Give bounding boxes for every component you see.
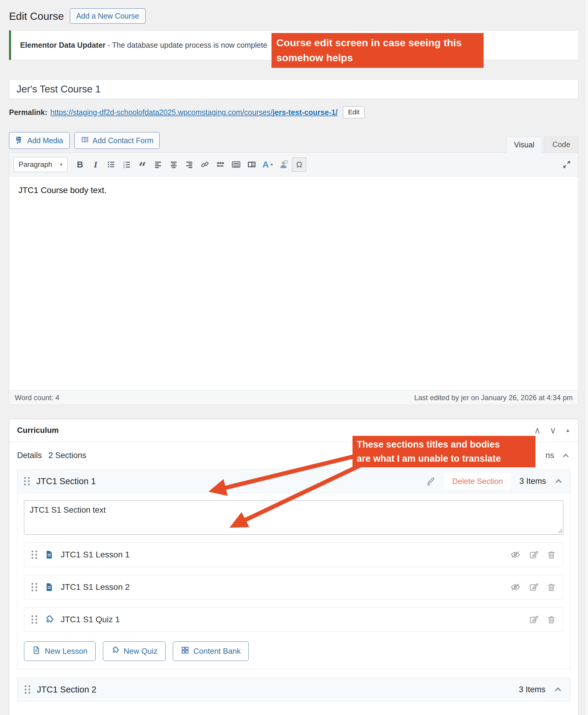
fonts-color-icon[interactable]: A▾	[260, 157, 275, 172]
person-comment-icon[interactable]	[276, 157, 291, 172]
align-center-icon[interactable]	[167, 157, 181, 172]
grid-icon	[181, 646, 189, 656]
curriculum-title: Curriculum	[17, 426, 59, 435]
contact-form-icon	[81, 136, 89, 146]
drag-handle-icon[interactable]	[24, 477, 30, 485]
section-2-items-count: 3 Items	[519, 685, 545, 694]
new-lesson-button[interactable]: New Lesson	[24, 641, 96, 661]
editor-tools: Add Media Add Contact Form Visual Code	[9, 132, 579, 152]
add-media-button[interactable]: Add Media	[9, 132, 69, 149]
drag-handle-icon[interactable]	[31, 615, 37, 624]
word-count: Word count: 4	[15, 393, 59, 402]
align-right-icon[interactable]	[182, 157, 196, 172]
lesson-title: JTC1 S1 Lesson 2	[61, 582, 130, 592]
last-edited: Last edited by jer on January 26, 2026 a…	[414, 393, 573, 402]
visibility-off-icon[interactable]	[510, 550, 521, 560]
paragraph-format-select[interactable]: Paragraph▾	[14, 157, 67, 172]
content-editor: Paragraph▾ B I 123 “	[9, 152, 579, 405]
editor-statusbar: Word count: 4 Last edited by jer on Janu…	[9, 390, 578, 405]
link-icon[interactable]	[198, 157, 212, 172]
drag-handle-icon[interactable]	[25, 685, 30, 694]
tab-details[interactable]: Details	[17, 451, 42, 460]
lesson-icon	[44, 550, 54, 559]
drag-handle-icon[interactable]	[31, 551, 37, 559]
add-new-course-button[interactable]: Add a New Course	[70, 8, 146, 24]
delete-section-button[interactable]: Delete Section	[443, 472, 511, 490]
content-bank-button[interactable]: Content Bank	[173, 641, 249, 661]
svg-text:3: 3	[123, 166, 125, 169]
caret-down-icon: ▾	[271, 162, 273, 167]
annotation-top: Course edit screen in case seeing this s…	[272, 33, 484, 68]
table-form-icon[interactable]	[245, 157, 259, 172]
section-1-header[interactable]: JTC1 Section 1 Delete Section 3 Items	[17, 469, 570, 493]
section-1-add-buttons: New Lesson New Quiz Content Bank	[24, 641, 563, 661]
visibility-off-icon[interactable]	[510, 582, 521, 592]
quiz-row[interactable]: JTC1 S1 Quiz 1	[24, 607, 563, 632]
trash-icon[interactable]	[547, 583, 556, 592]
editor-mode-tabs: Visual Code	[506, 136, 579, 152]
edit-icon[interactable]	[529, 550, 539, 559]
tab-code[interactable]: Code	[544, 136, 579, 152]
permalink-label: Permalink:	[9, 108, 47, 117]
italic-icon[interactable]: I	[88, 157, 103, 172]
metabox-toggle-icon[interactable]: ▲	[565, 427, 570, 433]
notice-title: Elementor Data Updater	[20, 41, 106, 49]
permalink-link[interactable]: https://staging-df2d-schoolofdata2025.wp…	[50, 108, 337, 117]
page-title: Edit Course	[9, 10, 64, 22]
section-1-description-textarea[interactable]: JTC1 S1 Section text	[24, 500, 563, 535]
bullet-list-icon[interactable]	[104, 157, 119, 172]
lesson-icon	[44, 582, 54, 592]
caret-down-icon: ▾	[60, 162, 62, 167]
section-2-title: JTC1 Section 2	[37, 685, 96, 695]
section-card-1: JTC1 Section 1 Delete Section 3 Items JT…	[17, 469, 570, 669]
permalink-row: Permalink: https://staging-df2d-schoolof…	[9, 106, 579, 118]
lesson-title: JTC1 S1 Lesson 1	[61, 550, 130, 559]
add-contact-form-button[interactable]: Add Contact Form	[75, 132, 160, 149]
quiz-icon	[44, 615, 54, 624]
special-character-icon[interactable]: Ω	[292, 157, 306, 172]
numbered-list-icon[interactable]: 123	[120, 157, 134, 172]
drag-handle-icon[interactable]	[31, 583, 37, 591]
annotation-curriculum: These sections titles and bodies are wha…	[353, 436, 536, 467]
fullscreen-icon[interactable]	[560, 157, 574, 172]
tab-sections[interactable]: 2 Sections	[48, 451, 86, 460]
section-1-body: JTC1 S1 Section text JTC1 S1 Lesson 1	[17, 493, 570, 669]
trash-icon[interactable]	[547, 615, 556, 624]
scrollbar-track[interactable]	[584, 0, 588, 715]
section-2-header[interactable]: JTC1 Section 2 3 Items	[17, 677, 570, 701]
editor-toolbar: Paragraph▾ B I 123 “	[9, 153, 578, 177]
align-left-icon[interactable]	[151, 157, 165, 172]
quiz-title: JTC1 S1 Quiz 1	[61, 615, 120, 624]
keyboard-toolbar-toggle-icon[interactable]	[229, 157, 243, 172]
new-quiz-button[interactable]: New Quiz	[103, 641, 166, 661]
page-header: Edit Course Add a New Course	[9, 8, 579, 24]
tab-visual[interactable]: Visual	[506, 137, 543, 153]
section-1-title: JTC1 Section 1	[36, 476, 96, 486]
covered-text-fragment: ns	[545, 451, 554, 460]
lesson-doc-icon	[32, 646, 41, 656]
move-up-icon[interactable]: ∧	[534, 426, 541, 435]
read-more-icon[interactable]	[213, 157, 228, 172]
move-down-icon[interactable]: ∨	[550, 426, 556, 435]
section-2-collapse-icon[interactable]	[553, 685, 563, 694]
course-body-text: JTC1 Course body text.	[18, 185, 569, 195]
course-title-input[interactable]	[9, 79, 579, 99]
edit-section-pencil-icon[interactable]	[425, 476, 436, 486]
blockquote-icon[interactable]: “	[135, 157, 150, 172]
edit-icon[interactable]	[529, 615, 539, 624]
lesson-row-2[interactable]: JTC1 S1 Lesson 2	[24, 575, 563, 599]
permalink-edit-button[interactable]: Edit	[343, 106, 364, 118]
section-1-collapse-icon[interactable]	[554, 476, 563, 486]
media-icon	[15, 136, 24, 146]
bold-icon[interactable]: B	[73, 157, 87, 172]
collapse-all-chevron-icon[interactable]	[561, 451, 570, 460]
notice-message: - The database update process is now com…	[106, 41, 267, 49]
quiz-puzzle-icon	[111, 646, 120, 656]
editor-body[interactable]: JTC1 Course body text.	[9, 177, 578, 390]
edit-icon[interactable]	[529, 582, 539, 592]
trash-icon[interactable]	[547, 550, 556, 559]
lesson-row-1[interactable]: JTC1 S1 Lesson 1	[24, 543, 563, 567]
section-1-items-count: 3 Items	[519, 477, 546, 486]
